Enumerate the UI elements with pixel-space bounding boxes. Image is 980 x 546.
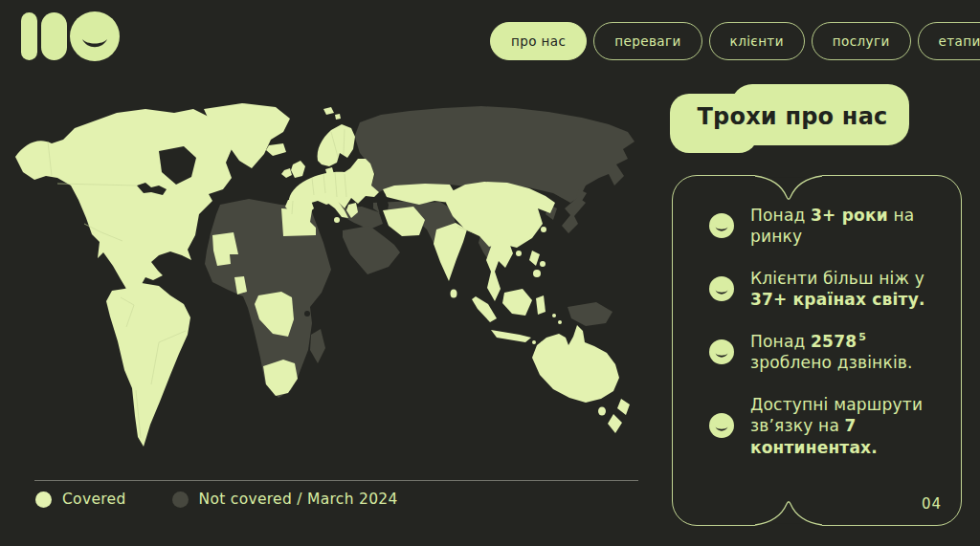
not-covered-dot-icon xyxy=(172,491,189,508)
map-region-iceland xyxy=(266,143,286,156)
logo-bar xyxy=(21,12,37,60)
map-region-ireland xyxy=(281,168,292,178)
map-region-madagascar xyxy=(310,329,325,363)
map-region-arabia xyxy=(343,226,400,274)
section-title-box: Трохи про нас xyxy=(670,84,909,153)
nav-item-clients[interactable]: клієнти xyxy=(709,22,805,60)
facts-panel: Понад 3+ роки на ринку Клієнти більш ніж… xyxy=(672,175,962,526)
map-region-south-africa xyxy=(263,360,298,396)
legend-not-covered-label: Not covered / March 2024 xyxy=(199,491,398,508)
map-region-south-america xyxy=(106,283,190,447)
map-lake-victoria xyxy=(304,311,310,317)
map-region-sumatra xyxy=(472,296,497,322)
map-region-philippines xyxy=(529,251,540,266)
nav-item-about[interactable]: про нас xyxy=(490,22,587,60)
fact-item: Клієнти більш ніж у 37+ країнах світу. xyxy=(709,268,937,311)
panel-top-notch xyxy=(752,175,825,202)
legend-covered-label: Covered xyxy=(62,491,126,508)
main-nav: про нас переваги клієнти послуги етапи xyxy=(490,19,980,62)
map-region-tasmania xyxy=(598,407,606,416)
facts-list: Понад 3+ роки на ринку Клієнти більш ніж… xyxy=(709,205,937,458)
fact-text: Понад 25785 зроблено дзвінків. xyxy=(750,331,937,374)
map-region-new-guinea xyxy=(568,302,612,326)
map-legend: Covered Not covered / March 2024 xyxy=(35,491,398,508)
panel-bottom-notch xyxy=(752,499,825,526)
logo-oval xyxy=(41,12,67,60)
smiley-face-icon xyxy=(709,413,734,438)
map-region-scandinavia xyxy=(318,124,355,166)
fact-text: Понад 3+ роки на ринку xyxy=(750,205,937,248)
map-region-australia xyxy=(532,325,619,403)
smiley-face-logo-icon xyxy=(70,11,120,61)
map-region-sicily xyxy=(334,217,340,223)
fact-text: Клієнти більш ніж у 37+ країнах світу. xyxy=(750,268,937,311)
map-region-java xyxy=(491,330,531,342)
page-number: 04 xyxy=(922,495,942,513)
nav-item-advantages[interactable]: переваги xyxy=(593,22,702,60)
map-region-hainan xyxy=(516,251,522,256)
smiley-face-icon xyxy=(709,339,734,364)
smiley-face-icon xyxy=(709,213,734,238)
map-region-taiwan xyxy=(541,227,546,232)
map-region-uk xyxy=(291,161,305,178)
covered-dot-icon xyxy=(35,491,52,508)
legend-covered: Covered xyxy=(35,491,126,508)
about-us-page: про нас переваги клієнти послуги етапи xyxy=(0,0,980,546)
map-region-north-america xyxy=(15,109,232,298)
map-region-sulawesi xyxy=(536,295,546,315)
smiley-face-icon xyxy=(709,276,734,301)
fact-item: Доступні маршрути зв’язку на 7 континент… xyxy=(709,394,937,458)
brand-logo[interactable] xyxy=(21,12,120,61)
map-region-india xyxy=(434,223,467,281)
nav-item-services[interactable]: послуги xyxy=(812,22,911,60)
map-region-new-zealand xyxy=(608,399,630,433)
page-title: Трохи про нас xyxy=(691,90,894,143)
fact-item: Понад 25785 зроблено дзвінків. xyxy=(709,331,937,374)
legend-divider xyxy=(34,480,638,481)
map-region-borneo xyxy=(502,289,532,316)
legend-not-covered: Not covered / March 2024 xyxy=(172,491,398,508)
nav-item-stages[interactable]: етапи xyxy=(918,22,980,60)
map-region-sri-lanka xyxy=(451,290,457,298)
map-region-svalbard xyxy=(323,107,341,120)
fact-text: Доступні маршрути зв’язку на 7 континент… xyxy=(750,394,937,458)
map-region-kazakhstan xyxy=(383,184,456,205)
world-map xyxy=(8,101,647,472)
fact-item: Понад 3+ роки на ринку xyxy=(709,205,937,248)
